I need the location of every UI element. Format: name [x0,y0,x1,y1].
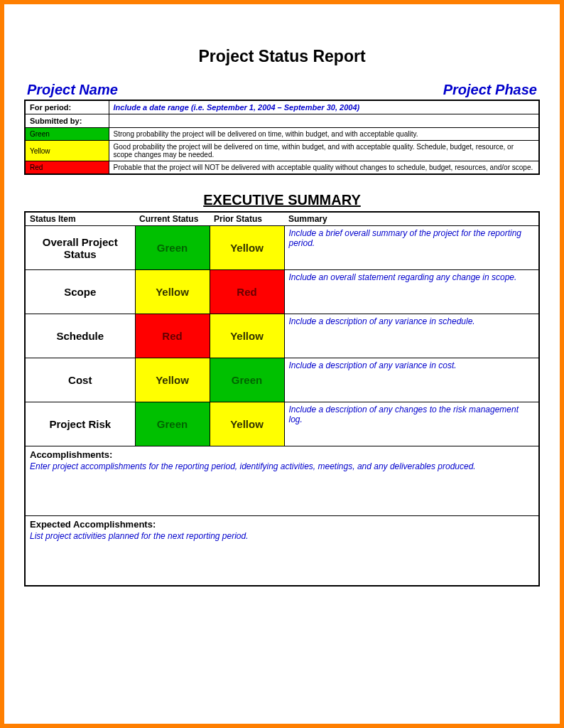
row-label-scope: Scope [25,270,135,314]
table-row: Scope Yellow Red Include an overall stat… [25,270,539,314]
expected-accomplishments-row: Expected Accomplishments: List project a… [25,516,539,586]
table-row: Overall Project Status Green Yellow Incl… [25,226,539,270]
legend-yellow-desc: Good probability the project will be del… [109,141,539,161]
accomplishments-row: Accomplishments: Enter project accomplis… [25,446,539,516]
current-status-cost: Yellow [135,358,210,402]
summary-cost: Include a description of any variance in… [284,358,539,402]
row-label-schedule: Schedule [25,314,135,358]
summary-scope: Include an overall statement regarding a… [284,270,539,314]
accomplishments-body: Enter project accomplishments for the re… [30,461,534,471]
row-label-overall: Overall Project Status [25,226,135,270]
col-current-status: Current Status [135,212,210,226]
for-period-label: For period: [25,100,109,114]
table-row: Project Risk Green Yellow Include a desc… [25,402,539,446]
row-label-cost: Cost [25,358,135,402]
summary-risk: Include a description of any changes to … [284,402,539,446]
row-label-risk: Project Risk [25,402,135,446]
document-frame: Project Status Report Project Name Proje… [0,0,564,728]
expected-accomplishments-heading: Expected Accomplishments: [30,519,156,530]
summary-schedule: Include a description of any variance in… [284,314,539,358]
accomplishments-heading: Accomplishments: [30,449,112,460]
summary-overall: Include a brief overall summary of the p… [284,226,539,270]
prior-status-schedule: Yellow [210,314,284,358]
col-status-item: Status Item [25,212,135,226]
expected-accomplishments-body: List project activities planned for the … [30,531,534,541]
executive-summary-heading: EXECUTIVE SUMMARY [24,192,540,208]
for-period-hint: Include a date range (i.e. September 1, … [109,100,539,114]
table-row: Cost Yellow Green Include a description … [25,358,539,402]
executive-summary-table: Status Item Current Status Prior Status … [24,211,540,587]
current-status-overall: Green [135,226,210,270]
info-table: For period: Include a date range (i.e. S… [24,100,540,175]
page-title: Project Status Report [24,47,540,66]
project-header-row: Project Name Project Phase [24,82,540,98]
prior-status-scope: Red [210,270,284,314]
project-phase-label: Project Phase [443,82,537,98]
current-status-scope: Yellow [135,270,210,314]
legend-green-key: Green [25,128,109,141]
legend-yellow-key: Yellow [25,141,109,161]
col-summary: Summary [284,212,539,226]
prior-status-risk: Yellow [210,402,284,446]
prior-status-cost: Green [210,358,284,402]
legend-green-desc: Strong probability the project will be d… [109,128,539,141]
prior-status-overall: Yellow [210,226,284,270]
col-prior-status: Prior Status [210,212,284,226]
current-status-schedule: Red [135,314,210,358]
current-status-risk: Green [135,402,210,446]
legend-red-desc: Probable that the project will NOT be de… [109,161,539,175]
submitted-by-label: Submitted by: [25,114,109,128]
legend-red-key: Red [25,161,109,175]
table-row: Schedule Red Yellow Include a descriptio… [25,314,539,358]
submitted-by-value [109,114,539,128]
project-name-label: Project Name [27,82,118,98]
